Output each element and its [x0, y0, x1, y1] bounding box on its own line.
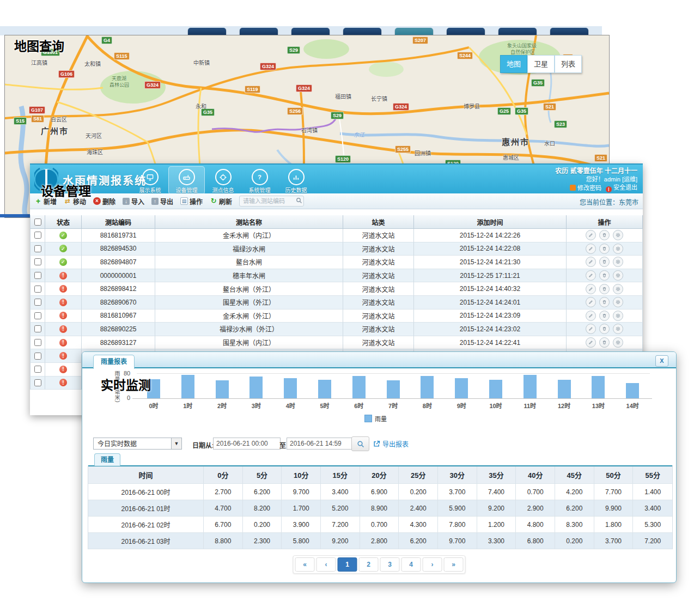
- operate-icon: ▤: [180, 197, 188, 205]
- page-button-«[interactable]: «: [295, 557, 315, 572]
- gear-icon[interactable]: [613, 244, 623, 254]
- table-row: 2016-06-21 03时8.8002.3005.8009.2002.8006…: [88, 533, 672, 549]
- row-checkbox[interactable]: [34, 312, 41, 319]
- map-label: G324: [393, 103, 409, 111]
- row-checkbox[interactable]: [34, 286, 41, 293]
- gear-icon[interactable]: [613, 270, 623, 281]
- row-checkbox[interactable]: [34, 245, 41, 252]
- station-type: 河道水文站: [343, 323, 414, 336]
- edit-icon[interactable]: [586, 284, 596, 294]
- table-row: ✓8816819731金禾水闸（内江）河道水文站2015-12-24 14:22…: [30, 229, 643, 242]
- select-all-checkbox[interactable]: [34, 219, 41, 226]
- map-view-button-地图[interactable]: 地图: [500, 55, 527, 73]
- gear-icon[interactable]: [613, 284, 623, 294]
- close-icon[interactable]: X: [655, 355, 668, 367]
- rain-bar-5时: [318, 380, 331, 398]
- row-checkbox[interactable]: [34, 258, 41, 265]
- station-type: 河道水文站: [343, 269, 414, 283]
- nav-item-设备管理[interactable]: 设备管理: [168, 166, 205, 195]
- delete-icon[interactable]: [599, 230, 610, 240]
- map-view-button-卫星[interactable]: 卫星: [527, 55, 555, 73]
- edit-icon[interactable]: [586, 230, 596, 240]
- table-cell: 8.800: [204, 533, 243, 549]
- rain-data-tab[interactable]: 雨量: [94, 453, 120, 466]
- toolbar-button-删除[interactable]: ×删除: [93, 197, 115, 206]
- column-header: 30分: [438, 466, 477, 484]
- search-button[interactable]: [351, 436, 369, 451]
- station-status: !: [45, 349, 82, 363]
- page-button-»[interactable]: »: [444, 557, 464, 572]
- delete-icon[interactable]: [599, 284, 610, 294]
- gear-icon[interactable]: [613, 257, 623, 267]
- edit-icon[interactable]: [586, 297, 596, 307]
- edit-icon[interactable]: [586, 324, 596, 334]
- range-select[interactable]: 今日实时数据 ▼: [93, 438, 182, 450]
- date-to-input[interactable]: [287, 438, 354, 450]
- table-cell: 9.900: [594, 500, 634, 517]
- toolbar-button-导出[interactable]: ↑导出: [151, 197, 173, 206]
- gear-icon[interactable]: [613, 297, 623, 307]
- station-type: 河道水文站: [343, 336, 414, 350]
- chevron-down-icon[interactable]: ▼: [171, 438, 181, 449]
- page-button-‹[interactable]: ‹: [316, 557, 336, 572]
- row-checkbox[interactable]: [34, 299, 41, 306]
- toolbar-button-刷新[interactable]: ↻刷新: [210, 197, 232, 206]
- page-button-1[interactable]: 1: [338, 557, 357, 572]
- nav-item-测点信息[interactable]: 测点信息: [205, 166, 241, 195]
- rain-bar-14时: [626, 383, 639, 398]
- gear-icon[interactable]: [613, 324, 623, 334]
- station-type: 河道水文站: [343, 309, 414, 323]
- delete-icon[interactable]: [599, 297, 610, 307]
- edit-icon[interactable]: [586, 244, 596, 254]
- nav-item-系统管理[interactable]: ?系统管理: [241, 166, 278, 195]
- gear-icon[interactable]: [613, 311, 623, 321]
- edit-icon[interactable]: [586, 257, 596, 267]
- delete-icon[interactable]: [599, 324, 610, 334]
- row-checkbox[interactable]: [34, 339, 41, 346]
- station-code: 8816810967: [82, 309, 155, 323]
- nav-item-历史数据[interactable]: 历史数据: [278, 166, 314, 195]
- map-view-button-列表[interactable]: 列表: [555, 55, 582, 73]
- delete-icon[interactable]: [599, 311, 610, 321]
- row-checkbox[interactable]: [34, 272, 41, 279]
- page-button-3[interactable]: 3: [380, 557, 400, 572]
- map-label: 中新镇: [193, 58, 210, 66]
- row-checkbox[interactable]: [34, 353, 41, 360]
- chart-baseline: [132, 398, 652, 399]
- delete-icon[interactable]: [599, 270, 610, 281]
- page-button-2[interactable]: 2: [359, 557, 379, 572]
- map-label: S256: [287, 107, 303, 115]
- row-checkbox[interactable]: [34, 366, 41, 373]
- export-report-link[interactable]: 导出报表: [373, 439, 409, 448]
- page-button-›[interactable]: ›: [423, 557, 442, 572]
- page-button-4[interactable]: 4: [401, 557, 421, 572]
- row-checkbox[interactable]: [34, 325, 41, 332]
- logout-link[interactable]: | 安全退出: [606, 184, 637, 192]
- date-from-input[interactable]: [213, 438, 281, 450]
- row-checkbox[interactable]: [34, 379, 41, 386]
- map-label: G25: [497, 107, 511, 115]
- station-code-search-input[interactable]: [239, 196, 304, 207]
- table-cell: 6.900: [360, 484, 399, 500]
- delete-icon[interactable]: [599, 257, 610, 267]
- map-label: 广州市: [41, 125, 69, 136]
- station-search-icon[interactable]: [295, 197, 303, 205]
- delete-icon[interactable]: [599, 244, 610, 254]
- change-password-link[interactable]: 修改密码: [570, 184, 601, 192]
- table-row: !8826890670围星水闸（外江）河道水文站2015-12-24 14:24…: [30, 296, 643, 309]
- row-checkbox[interactable]: [34, 232, 41, 239]
- rainfall-report-tab[interactable]: 雨量报表: [93, 355, 135, 369]
- nav-item-展示系统[interactable]: 展示系统: [132, 166, 168, 195]
- edit-icon[interactable]: [586, 270, 596, 281]
- station-type: 河道水文站: [343, 282, 414, 296]
- realtime-monitor-label: 实时监测: [101, 375, 151, 393]
- edit-icon[interactable]: [586, 337, 596, 348]
- column-header: 时间: [88, 466, 204, 484]
- gear-icon[interactable]: [613, 337, 623, 348]
- gear-icon[interactable]: [613, 230, 623, 240]
- edit-icon[interactable]: [586, 311, 596, 321]
- delete-icon[interactable]: [599, 337, 610, 348]
- toolbar-button-操作[interactable]: ▤操作: [180, 197, 203, 206]
- toolbar-button-导入[interactable]: ↓导入: [123, 197, 144, 206]
- status-error-icon: !: [59, 325, 67, 333]
